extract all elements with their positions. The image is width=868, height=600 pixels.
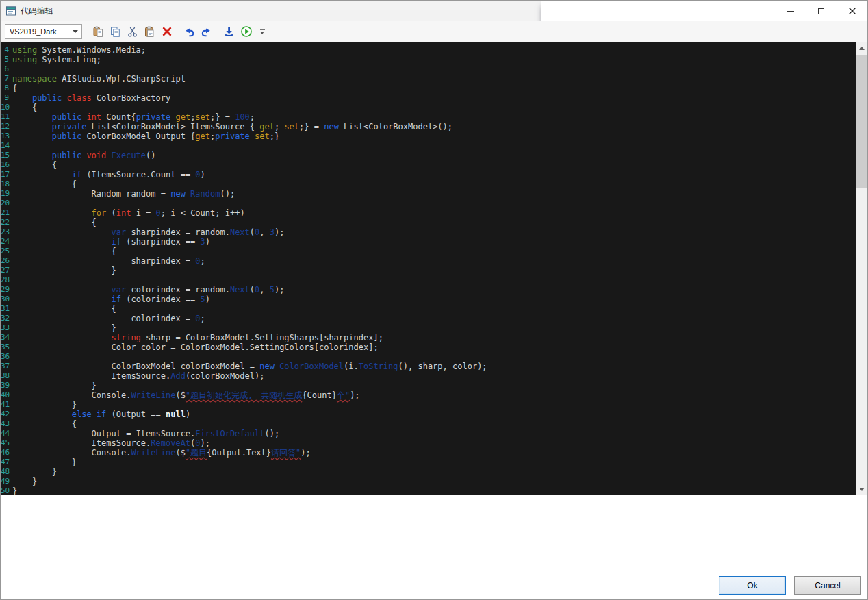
code-line: 20 [1,199,856,208]
code-text: if (colorindex == 5) [11,295,210,304]
run-button[interactable] [238,23,255,40]
copy-button[interactable] [107,23,124,40]
line-number: 9 [1,93,11,103]
vertical-scrollbar[interactable] [856,42,867,495]
code-line: 39 } [1,381,856,390]
line-number: 35 [1,342,11,352]
scroll-up-button[interactable] [856,42,867,54]
code-text: var sharpindex = random.Next(0, 3); [11,227,284,237]
theme-combobox-value: VS2019_Dark [10,27,57,36]
code-line: 23 var sharpindex = random.Next(0, 3); [1,227,856,237]
code-line: 31 { [1,304,856,314]
delete-button[interactable] [158,23,175,40]
code-text: { [11,179,77,189]
redo-button[interactable] [198,23,215,40]
scroll-down-button[interactable] [856,484,867,495]
code-text: ItemsSource.RemoveAt(0); [11,438,210,448]
cut-button[interactable] [124,23,141,40]
line-number: 23 [1,227,11,237]
code-editor[interactable]: 4using System.Windows.Media;5using Syste… [1,42,856,495]
code-text: Console.WriteLine($"题目初始化完成,一共随机生成{Count… [11,390,360,400]
line-number: 12 [1,122,11,132]
triangle-down-icon [859,488,865,491]
code-text: } [11,458,77,467]
code-text: { [11,84,17,93]
code-line: 45 ItemsSource.RemoveAt(0); [1,438,856,448]
line-number: 50 [1,486,11,495]
line-number: 49 [1,477,11,486]
close-button[interactable] [837,1,867,21]
line-number: 19 [1,189,11,199]
code-text: { [11,304,116,314]
code-text: public void Execute() [11,151,156,160]
delete-icon [162,26,173,37]
line-number: 4 [1,45,11,55]
code-text: { [11,103,37,112]
line-number: 25 [1,247,11,256]
theme-combobox[interactable]: VS2019_Dark [5,24,82,39]
code-line: 7namespace AIStudio.Wpf.CSharpScript [1,74,856,84]
line-number: 31 [1,304,11,314]
new-file-button[interactable] [90,23,107,40]
undo-button[interactable] [181,23,198,40]
ok-button[interactable]: Ok [719,576,786,595]
code-text: } [11,486,17,495]
code-text: var colorindex = random.Next(0, 5); [11,285,284,295]
line-number: 7 [1,74,11,84]
maximize-button[interactable] [806,1,837,21]
line-number: 10 [1,103,11,112]
code-text: } [11,467,57,477]
code-text: if (sharpindex == 3) [11,237,210,247]
save-button[interactable] [220,23,238,40]
footer: Ok Cancel [1,571,867,599]
code-text: using System.Windows.Media; [11,45,146,55]
code-line: 24 if (sharpindex == 3) [1,237,856,247]
code-line: 28 [1,275,856,285]
code-text: Color color = ColorBoxModel.SettingColor… [11,342,379,352]
code-text: public int Count{private get;set;} = 100… [11,112,255,122]
titlebar: 代码编辑 [1,1,867,21]
minimize-button[interactable] [775,1,806,21]
chevron-down-icon [260,32,264,34]
code-line: 40 Console.WriteLine($"题目初始化完成,一共随机生成{Co… [1,390,856,400]
code-line: 14 [1,141,856,151]
scrollbar-thumb[interactable] [856,55,867,188]
code-line: 32 colorindex = 0; [1,314,856,323]
line-number: 47 [1,458,11,467]
line-number: 14 [1,141,11,151]
line-number: 38 [1,371,11,381]
cancel-button[interactable]: Cancel [794,576,861,595]
code-text: colorindex = 0; [11,314,205,323]
paste-button[interactable] [141,23,158,40]
paste-icon [144,26,155,38]
code-text: namespace AIStudio.Wpf.CSharpScript [11,74,186,84]
code-line: 43 { [1,419,856,429]
code-line: 12 private List<ColorBoxModel> ItemsSour… [1,122,856,132]
line-number: 11 [1,112,11,122]
code-text: else if (Output == null) [11,410,190,419]
toolbar-separator [86,25,86,38]
maximize-icon [818,8,824,14]
code-text: ColorBoxModel colorBoxModel = new ColorB… [11,362,487,371]
code-lines: 4using System.Windows.Media;5using Syste… [1,45,856,495]
line-number: 42 [1,410,11,419]
code-line: 19 Random random = new Random(); [1,189,856,199]
line-number: 36 [1,352,11,362]
code-text: sharpindex = 0; [11,256,205,266]
line-number: 37 [1,362,11,371]
code-text [11,64,17,74]
undo-icon [183,26,195,38]
code-edit-window: 代码编辑 VS2019_Dark [0,0,868,600]
overflow-grip-icon [260,29,265,30]
code-text: if (ItemsSource.Count == 0) [11,170,205,179]
code-text: { [11,247,116,256]
toolbar-overflow-button[interactable] [257,23,267,40]
app-icon [5,5,16,16]
triangle-up-icon [859,47,865,50]
code-line: 15 public void Execute() [1,151,856,160]
toolbar: VS2019_Dark [1,21,867,42]
line-number: 16 [1,160,11,170]
code-text: } [11,266,116,275]
code-line: 29 var colorindex = random.Next(0, 5); [1,285,856,295]
code-line: 42 else if (Output == null) [1,410,856,419]
